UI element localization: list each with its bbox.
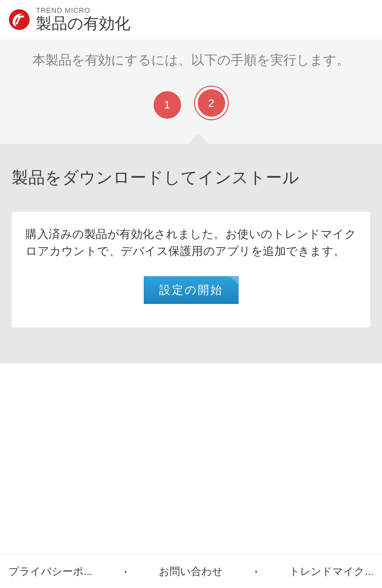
footer-separator: • [125,568,127,576]
header-text: TREND MICRO 製品の有効化 [36,7,130,32]
header: TREND MICRO 製品の有効化 [0,0,382,40]
card-description: 購入済みの製品が有効化されました。お使いのトレンドマイクロアカウントで、デバイス… [25,226,357,260]
brand-label: TREND MICRO [36,7,130,14]
steps-row: 1 2 [154,89,229,120]
step-indicator: 1 2 [12,69,370,144]
active-step-pointer-icon [188,134,209,144]
trendmicro-logo-icon [8,9,30,30]
main-title: 製品をダウンロードしてインストール [12,167,370,189]
footer-link-trendmicro[interactable]: トレンドマイク... [289,564,374,579]
footer-link-contact[interactable]: お問い合わせ [159,564,223,579]
step-2-inner: 2 [198,89,225,117]
start-setup-button[interactable]: 設定の開始 [144,276,239,304]
activation-card: 購入済みの製品が有効化されました。お使いのトレンドマイクロアカウントで、デバイス… [12,212,370,328]
intro-section: 本製品を有効にするには、以下の手順を実行します。 1 2 [0,40,382,144]
cta-wrap: 設定の開始 [25,276,357,304]
page-title: 製品の有効化 [36,14,130,32]
main-section: 製品をダウンロードしてインストール 購入済みの製品が有効化されました。お使いのト… [0,144,382,363]
footer: プライバシーポ... • お問い合わせ • トレンドマイク... [0,554,382,588]
step-1[interactable]: 1 [154,91,181,119]
intro-text: 本製品を有効にするには、以下の手順を実行します。 [12,51,370,69]
footer-separator: • [255,568,257,576]
footer-link-privacy[interactable]: プライバシーポ... [8,564,92,579]
step-2-active[interactable]: 2 [194,86,229,120]
